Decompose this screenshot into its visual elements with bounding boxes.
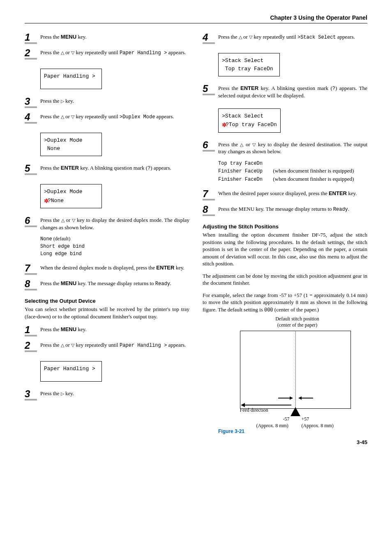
triangle-right-icon: ▷ [61,391,64,396]
chapter-header: Chapter 3 Using the Operator Panel [25,14,367,23]
triangle-down-icon: ▽ [252,142,256,147]
section-paragraph: For example, select the range from -57 t… [203,292,367,313]
figure-label-feed: Feed direction [240,407,268,413]
step-text: Press the △ or ▽ key repeatedly until >D… [40,112,189,120]
step-number: 7 [203,189,208,199]
step-text: When the desired duplex mode is displaye… [40,263,189,272]
step-text: Press the △ or ▽ key repeatedly until Pa… [40,48,189,56]
step-number: 3 [25,389,30,399]
page-number: 3-45 [25,439,367,445]
triangle-up-icon: △ [61,343,64,348]
triangle-down-icon: ▽ [71,114,74,119]
step-text: Press the △ or ▽ key to display the desi… [218,140,367,155]
step-r8: 8 Press the MENU key. The message displa… [203,205,367,216]
step-text: Press the ENTER key. A blinking question… [40,164,189,172]
step-6: 6 Press the △ or ▽ key to display the de… [25,216,189,231]
triangle-up-icon: △ [239,35,242,39]
step-number: 4 [25,112,30,122]
step-text: When the desired paper source displayed,… [218,189,367,197]
step-number: 8 [203,205,208,214]
triangle-up-icon: △ [61,114,64,119]
step-1: 1 Press the MENU key. [25,32,189,44]
cursor-icon: ✲ [222,121,226,129]
step-number: 3 [25,97,30,106]
triangle-down-icon: ▽ [71,50,74,55]
cursor-icon: ✲ [44,197,48,205]
step-number: 8 [25,279,30,289]
lcd-display: >Duplex Mode None [40,133,102,156]
step-number: 4 [203,32,208,42]
step-4: 4 Press the △ or ▽ key repeatedly until … [25,112,189,124]
step-text: Press the ▷ key. [40,389,189,397]
step-number: 6 [203,140,208,150]
step-r7: 7 When the desired paper source displaye… [203,189,367,200]
step-number: 1 [25,325,30,335]
step-text: Press the ENTER key. A blinking question… [218,84,367,99]
lcd-display: >Stack Select ✲?Top tray FaceDn [218,108,281,133]
options-block: None (default) Short edge bind Long edge… [40,235,189,258]
step-7: 7 When the desired duplex mode is displa… [25,263,189,275]
step-text: Press the △ or ▽ key repeatedly until Pa… [40,341,189,349]
step-number: 2 [25,341,30,350]
section-paragraph: When installing the option document fini… [203,231,367,267]
step-b1: 1 Press the MENU key. [25,325,189,336]
figure-diagram: Default stitch position (center of the p… [215,318,355,425]
step-2: 2 Press the △ or ▽ key repeatedly until … [25,48,189,60]
triangle-up-icon: △ [240,142,244,147]
step-b2: 2 Press the △ or ▽ key repeatedly until … [25,341,189,352]
step-text: Press the MENU key. [40,325,189,333]
step-r5: 5 Press the ENTER key. A blinking questi… [203,84,367,99]
triangle-up-icon: △ [61,50,64,55]
step-number: 5 [203,84,208,94]
step-text: Press the MENU key. The message display … [40,279,189,287]
options-block: Top tray FaceDn Finisher FaceUp (when do… [218,159,367,183]
step-number: 7 [25,263,30,273]
figure-label-top: Default stitch position (center of the p… [265,316,330,328]
section-paragraph: The adjustment can be done by moving the… [203,272,367,287]
lcd-display: Paper Handling > [40,361,102,382]
section-heading: Selecting the Output Device [25,298,189,304]
step-b3: 3 Press the ▷ key. [25,389,189,401]
step-text: Press the MENU key. The message display … [218,205,367,213]
step-3: 3 Press the ▷ key. [25,97,189,108]
figure-label-p57: +57 [302,416,309,422]
step-number: 1 [25,32,30,42]
step-text: Press the ▷ key. [40,97,189,105]
figure-caption: Figure 3-21 [218,428,367,434]
triangle-down-icon: ▽ [249,35,252,39]
lcd-display: Paper Handling > [40,69,102,89]
step-text: Press the △ or ▽ key to display the desi… [40,216,189,231]
figure-label-approx-r: (Approx. 8 mm) [302,423,334,428]
section-paragraph: You can select whether printouts will be… [25,306,189,320]
triangle-down-icon: ▽ [71,343,74,348]
left-column: 1 Press the MENU key. 2 Press the △ or ▽… [25,32,189,434]
figure: Default stitch position (center of the p… [203,318,367,434]
step-r4: 4 Press the △ or ▽ key repeatedly until … [203,32,367,44]
lcd-display: >Stack Select Top tray FaceDn [218,53,280,76]
step-8: 8 Press the MENU key. The message displa… [25,279,189,290]
step-number: 2 [25,48,30,58]
step-r6: 6 Press the △ or ▽ key to display the de… [203,140,367,155]
figure-label-n57: -57 [283,416,290,422]
two-column-layout: 1 Press the MENU key. 2 Press the △ or ▽… [25,32,367,434]
step-number: 6 [25,216,30,226]
triangle-right-icon: ▷ [61,99,64,104]
lcd-display: >Duplex Mode ✲?None [40,184,102,208]
step-text: Press the MENU key. [40,32,189,41]
triangle-up-icon: △ [61,218,65,223]
step-number: 5 [25,164,30,173]
step-5: 5 Press the ENTER key. A blinking questi… [25,164,189,175]
figure-label-approx-l: (Approx. 8 mm) [256,423,288,428]
section-heading: Adjusting the Stitch Positions [203,223,367,230]
right-column: 4 Press the △ or ▽ key repeatedly until … [203,32,367,434]
step-text: Press the △ or ▽ key repeatedly until >S… [218,32,367,41]
